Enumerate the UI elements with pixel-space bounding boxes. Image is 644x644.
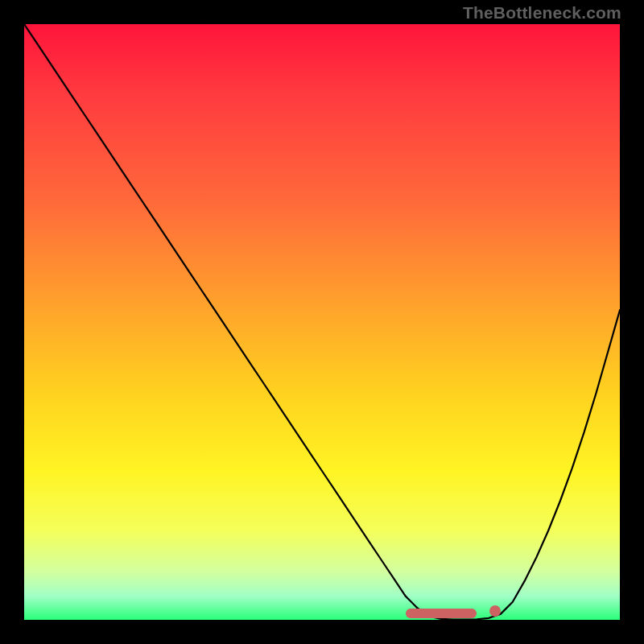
- watermark-text: TheBottleneck.com: [463, 3, 621, 23]
- optimal-range-marker: [406, 609, 477, 618]
- optimal-point-marker: [489, 605, 501, 617]
- bottleneck-curve: [24, 24, 620, 620]
- chart-plot-area: [24, 24, 620, 620]
